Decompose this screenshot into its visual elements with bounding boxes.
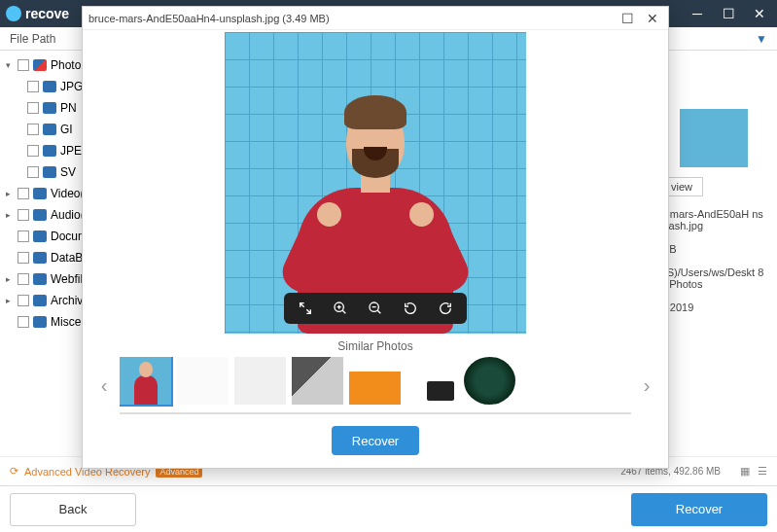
similar-thumb[interactable]: [406, 357, 458, 405]
grid-view-icon[interactable]: ▦: [740, 465, 750, 478]
filter-icon[interactable]: ▼: [756, 32, 767, 46]
details-date: 3-2019: [660, 301, 767, 313]
similar-thumb[interactable]: [234, 357, 286, 405]
preview-image: [225, 32, 526, 334]
rotate-right-icon[interactable]: [436, 299, 455, 318]
close-button[interactable]: ✕: [748, 2, 771, 25]
prev-arrow-icon[interactable]: ‹: [94, 374, 114, 397]
details-size: MB: [660, 243, 767, 255]
rotate-left-icon[interactable]: [401, 299, 420, 318]
list-view-icon[interactable]: ☰: [758, 465, 767, 478]
details-path: FS)/Users/ws/Deskt 85/Photos: [660, 266, 767, 290]
modal-header: bruce-mars-AndE50aaHn4-unsplash.jpg (3.4…: [83, 7, 668, 30]
similar-photos-label: Similar Photos: [83, 334, 668, 357]
image-toolbar: [284, 293, 467, 324]
refresh-icon: ⟳: [10, 465, 18, 478]
modal-recover-button[interactable]: Recover: [332, 426, 419, 455]
details-thumbnail: [680, 109, 748, 167]
similar-thumb[interactable]: [292, 357, 343, 405]
logo-icon: [6, 6, 21, 21]
window-controls: ─ ☐ ✕: [686, 2, 771, 25]
thumbnail-strip: ‹ ›: [83, 357, 668, 414]
next-arrow-icon[interactable]: ›: [637, 374, 656, 397]
zoom-in-icon[interactable]: [331, 299, 350, 318]
filepath-label: File Path: [10, 32, 55, 46]
bottom-toolbar: Back Recover: [0, 485, 777, 532]
zoom-out-icon[interactable]: [366, 299, 385, 318]
similar-thumb[interactable]: [120, 357, 171, 405]
minimize-button[interactable]: ─: [686, 2, 709, 25]
modal-title: bruce-mars-AndE50aaHn4-unsplash.jpg (3.4…: [88, 13, 330, 24]
modal-maximize-button[interactable]: ☐: [618, 11, 637, 26]
app-name: recove: [25, 6, 69, 21]
similar-thumb[interactable]: [349, 357, 401, 405]
details-filename: e-mars-AndE50aH nsplash.jpg: [660, 208, 767, 231]
modal-close-button[interactable]: ✕: [643, 11, 662, 26]
preview-modal: bruce-mars-AndE50aaHn4-unsplash.jpg (3.4…: [82, 6, 669, 469]
back-button[interactable]: Back: [10, 493, 136, 526]
recover-button[interactable]: Recover: [631, 493, 767, 526]
app-logo: recove: [6, 6, 69, 21]
similar-thumb[interactable]: [464, 357, 515, 405]
fullscreen-exit-icon[interactable]: [296, 299, 315, 318]
preview-container: [83, 30, 668, 334]
details-panel: view e-mars-AndE50aH nsplash.jpg MB FS)/…: [660, 109, 767, 325]
maximize-button[interactable]: ☐: [717, 2, 740, 25]
similar-thumb[interactable]: [177, 357, 229, 405]
